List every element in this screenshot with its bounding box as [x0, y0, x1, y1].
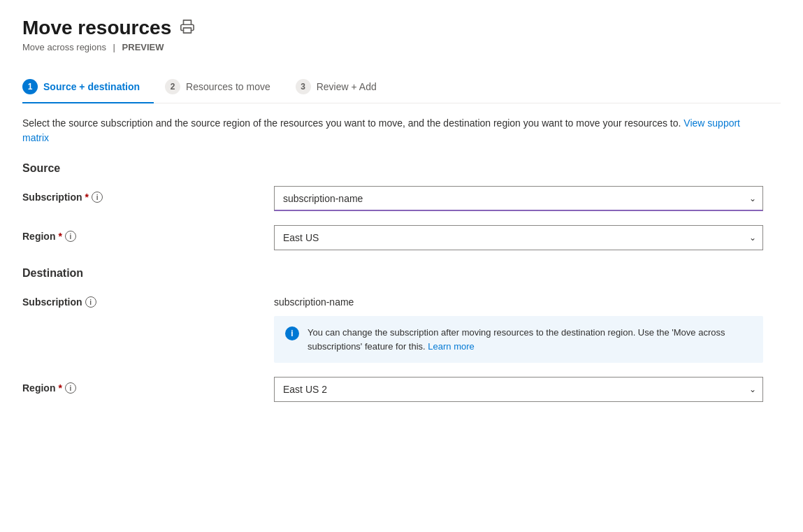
info-box-text: You can change the subscription after mo…: [308, 326, 752, 353]
destination-subscription-row: Subscription i subscription-name i You c…: [22, 291, 763, 363]
source-section: Source Subscription * i subscription-nam…: [22, 162, 781, 250]
step-3-number: 3: [296, 79, 311, 94]
source-region-row: Region * i East US East US 2 West US Wes…: [22, 225, 763, 250]
print-icon[interactable]: [180, 19, 195, 38]
source-subscription-select-wrapper: subscription-name ⌄: [274, 186, 763, 211]
source-subscription-label-text: Subscription: [22, 192, 82, 203]
subtitle-text: Move across regions: [22, 42, 106, 52]
source-region-label-text: Region: [22, 231, 55, 242]
source-subscription-row: Subscription * i subscription-name ⌄: [22, 186, 763, 211]
destination-region-row: Region * i East US East US 2 West US Wes…: [22, 377, 763, 402]
destination-region-label: Region * i: [22, 377, 274, 394]
source-region-label: Region * i: [22, 225, 274, 242]
step-2-label: Resources to move: [186, 81, 270, 92]
page-header: Move resources Move across regions | PRE…: [22, 17, 781, 52]
description-text: Select the source subscription and the s…: [22, 116, 763, 145]
svg-rect-0: [184, 27, 191, 32]
source-subscription-control: subscription-name ⌄: [274, 186, 763, 211]
destination-subscription-info-box: i You can change the subscription after …: [274, 316, 763, 363]
step-1-label: Source + destination: [43, 81, 140, 92]
step-2-resources-to-move[interactable]: 2 Resources to move: [165, 72, 284, 103]
destination-subscription-value: subscription-name: [274, 291, 763, 308]
page-subtitle: Move across regions | PREVIEW: [22, 42, 781, 52]
step-3-label: Review + Add: [317, 81, 377, 92]
step-1-source-destination[interactable]: 1 Source + destination: [22, 72, 154, 103]
destination-region-control: East US East US 2 West US West Europe ⌄: [274, 377, 763, 402]
destination-subscription-label-text: Subscription: [22, 296, 82, 308]
source-subscription-label: Subscription * i: [22, 186, 274, 203]
destination-region-select[interactable]: East US East US 2 West US West Europe: [274, 377, 763, 402]
source-subscription-info-icon[interactable]: i: [92, 192, 103, 203]
info-box-main-text: You can change the subscription after mo…: [308, 327, 725, 352]
source-region-required: *: [58, 231, 62, 242]
learn-more-link[interactable]: Learn more: [428, 341, 474, 352]
source-region-control: East US East US 2 West US West Europe ⌄: [274, 225, 763, 250]
page-title: Move resources: [22, 17, 781, 39]
source-region-select[interactable]: East US East US 2 West US West Europe: [274, 225, 763, 250]
destination-section-title: Destination: [22, 267, 781, 280]
destination-region-required: *: [58, 382, 62, 394]
destination-section: Destination Subscription i subscription-…: [22, 267, 781, 402]
destination-subscription-control: subscription-name i You can change the s…: [274, 291, 763, 363]
destination-subscription-label: Subscription i: [22, 291, 274, 308]
source-section-title: Source: [22, 162, 781, 175]
description-text-part1: Select the source subscription and the s…: [22, 117, 681, 129]
step-3-review-add[interactable]: 3 Review + Add: [296, 72, 391, 103]
destination-region-select-wrapper: East US East US 2 West US West Europe ⌄: [274, 377, 763, 402]
wizard-steps: 1 Source + destination 2 Resources to mo…: [22, 72, 781, 103]
source-subscription-select[interactable]: subscription-name: [274, 186, 763, 211]
step-1-number: 1: [22, 79, 38, 94]
step-2-number: 2: [165, 79, 180, 94]
info-box-icon: i: [285, 326, 299, 340]
subtitle-separator: |: [113, 42, 115, 52]
page-title-text: Move resources: [22, 17, 171, 39]
source-region-select-wrapper: East US East US 2 West US West Europe ⌄: [274, 225, 763, 250]
destination-region-label-text: Region: [22, 382, 55, 394]
preview-tag: PREVIEW: [122, 42, 164, 52]
destination-region-info-icon[interactable]: i: [65, 382, 76, 394]
source-region-info-icon[interactable]: i: [65, 231, 76, 242]
source-subscription-required: *: [85, 192, 89, 203]
destination-subscription-info-icon[interactable]: i: [85, 296, 96, 308]
